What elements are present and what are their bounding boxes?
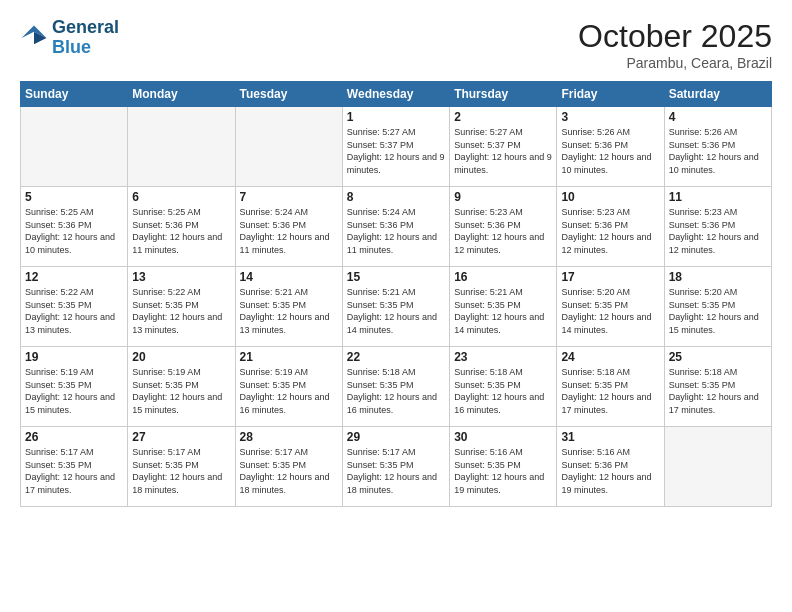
day-number: 10 [561, 190, 659, 204]
cell-info: Sunrise: 5:19 AMSunset: 5:35 PMDaylight:… [240, 366, 338, 416]
cell-info: Sunrise: 5:16 AMSunset: 5:36 PMDaylight:… [561, 446, 659, 496]
calendar-cell: 14Sunrise: 5:21 AMSunset: 5:35 PMDayligh… [235, 267, 342, 347]
calendar-cell: 5Sunrise: 5:25 AMSunset: 5:36 PMDaylight… [21, 187, 128, 267]
cell-info: Sunrise: 5:19 AMSunset: 5:35 PMDaylight:… [132, 366, 230, 416]
cell-info: Sunrise: 5:23 AMSunset: 5:36 PMDaylight:… [669, 206, 767, 256]
calendar-cell: 27Sunrise: 5:17 AMSunset: 5:35 PMDayligh… [128, 427, 235, 507]
day-number: 4 [669, 110, 767, 124]
weekday-header-friday: Friday [557, 82, 664, 107]
cell-info: Sunrise: 5:25 AMSunset: 5:36 PMDaylight:… [132, 206, 230, 256]
calendar-cell [128, 107, 235, 187]
calendar-week-5: 26Sunrise: 5:17 AMSunset: 5:35 PMDayligh… [21, 427, 772, 507]
cell-info: Sunrise: 5:23 AMSunset: 5:36 PMDaylight:… [454, 206, 552, 256]
day-number: 27 [132, 430, 230, 444]
day-number: 7 [240, 190, 338, 204]
calendar-cell: 31Sunrise: 5:16 AMSunset: 5:36 PMDayligh… [557, 427, 664, 507]
cell-info: Sunrise: 5:26 AMSunset: 5:36 PMDaylight:… [561, 126, 659, 176]
cell-info: Sunrise: 5:21 AMSunset: 5:35 PMDaylight:… [454, 286, 552, 336]
calendar-table: SundayMondayTuesdayWednesdayThursdayFrid… [20, 81, 772, 507]
weekday-header-row: SundayMondayTuesdayWednesdayThursdayFrid… [21, 82, 772, 107]
cell-info: Sunrise: 5:18 AMSunset: 5:35 PMDaylight:… [454, 366, 552, 416]
calendar-cell: 3Sunrise: 5:26 AMSunset: 5:36 PMDaylight… [557, 107, 664, 187]
weekday-header-thursday: Thursday [450, 82, 557, 107]
day-number: 26 [25, 430, 123, 444]
calendar-cell [235, 107, 342, 187]
calendar-cell: 16Sunrise: 5:21 AMSunset: 5:35 PMDayligh… [450, 267, 557, 347]
day-number: 25 [669, 350, 767, 364]
day-number: 11 [669, 190, 767, 204]
day-number: 23 [454, 350, 552, 364]
calendar-week-2: 5Sunrise: 5:25 AMSunset: 5:36 PMDaylight… [21, 187, 772, 267]
calendar-cell: 20Sunrise: 5:19 AMSunset: 5:35 PMDayligh… [128, 347, 235, 427]
day-number: 19 [25, 350, 123, 364]
calendar-cell [21, 107, 128, 187]
cell-info: Sunrise: 5:17 AMSunset: 5:35 PMDaylight:… [240, 446, 338, 496]
day-number: 28 [240, 430, 338, 444]
calendar-cell: 10Sunrise: 5:23 AMSunset: 5:36 PMDayligh… [557, 187, 664, 267]
day-number: 21 [240, 350, 338, 364]
header: General Blue October 2025 Parambu, Ceara… [20, 18, 772, 71]
calendar-cell: 30Sunrise: 5:16 AMSunset: 5:35 PMDayligh… [450, 427, 557, 507]
calendar-cell: 12Sunrise: 5:22 AMSunset: 5:35 PMDayligh… [21, 267, 128, 347]
cell-info: Sunrise: 5:20 AMSunset: 5:35 PMDaylight:… [669, 286, 767, 336]
logo-icon [20, 24, 48, 52]
calendar-cell: 19Sunrise: 5:19 AMSunset: 5:35 PMDayligh… [21, 347, 128, 427]
calendar-week-4: 19Sunrise: 5:19 AMSunset: 5:35 PMDayligh… [21, 347, 772, 427]
weekday-header-wednesday: Wednesday [342, 82, 449, 107]
calendar-cell: 17Sunrise: 5:20 AMSunset: 5:35 PMDayligh… [557, 267, 664, 347]
day-number: 30 [454, 430, 552, 444]
calendar-cell: 4Sunrise: 5:26 AMSunset: 5:36 PMDaylight… [664, 107, 771, 187]
calendar-cell: 11Sunrise: 5:23 AMSunset: 5:36 PMDayligh… [664, 187, 771, 267]
calendar-cell: 24Sunrise: 5:18 AMSunset: 5:35 PMDayligh… [557, 347, 664, 427]
day-number: 1 [347, 110, 445, 124]
calendar-cell: 2Sunrise: 5:27 AMSunset: 5:37 PMDaylight… [450, 107, 557, 187]
day-number: 18 [669, 270, 767, 284]
calendar-cell: 18Sunrise: 5:20 AMSunset: 5:35 PMDayligh… [664, 267, 771, 347]
cell-info: Sunrise: 5:24 AMSunset: 5:36 PMDaylight:… [240, 206, 338, 256]
day-number: 16 [454, 270, 552, 284]
day-number: 3 [561, 110, 659, 124]
weekday-header-monday: Monday [128, 82, 235, 107]
day-number: 6 [132, 190, 230, 204]
calendar-cell: 26Sunrise: 5:17 AMSunset: 5:35 PMDayligh… [21, 427, 128, 507]
day-number: 15 [347, 270, 445, 284]
weekday-header-tuesday: Tuesday [235, 82, 342, 107]
cell-info: Sunrise: 5:21 AMSunset: 5:35 PMDaylight:… [347, 286, 445, 336]
day-number: 12 [25, 270, 123, 284]
calendar-cell: 21Sunrise: 5:19 AMSunset: 5:35 PMDayligh… [235, 347, 342, 427]
cell-info: Sunrise: 5:17 AMSunset: 5:35 PMDaylight:… [132, 446, 230, 496]
cell-info: Sunrise: 5:18 AMSunset: 5:35 PMDaylight:… [561, 366, 659, 416]
cell-info: Sunrise: 5:20 AMSunset: 5:35 PMDaylight:… [561, 286, 659, 336]
cell-info: Sunrise: 5:19 AMSunset: 5:35 PMDaylight:… [25, 366, 123, 416]
cell-info: Sunrise: 5:17 AMSunset: 5:35 PMDaylight:… [347, 446, 445, 496]
day-number: 8 [347, 190, 445, 204]
title-block: October 2025 Parambu, Ceara, Brazil [578, 18, 772, 71]
calendar-cell [664, 427, 771, 507]
cell-info: Sunrise: 5:22 AMSunset: 5:35 PMDaylight:… [132, 286, 230, 336]
calendar-week-1: 1Sunrise: 5:27 AMSunset: 5:37 PMDaylight… [21, 107, 772, 187]
calendar-cell: 15Sunrise: 5:21 AMSunset: 5:35 PMDayligh… [342, 267, 449, 347]
day-number: 17 [561, 270, 659, 284]
calendar-cell: 8Sunrise: 5:24 AMSunset: 5:36 PMDaylight… [342, 187, 449, 267]
calendar-cell: 6Sunrise: 5:25 AMSunset: 5:36 PMDaylight… [128, 187, 235, 267]
day-number: 20 [132, 350, 230, 364]
calendar-cell: 1Sunrise: 5:27 AMSunset: 5:37 PMDaylight… [342, 107, 449, 187]
cell-info: Sunrise: 5:18 AMSunset: 5:35 PMDaylight:… [669, 366, 767, 416]
page: General Blue October 2025 Parambu, Ceara… [0, 0, 792, 612]
calendar-cell: 9Sunrise: 5:23 AMSunset: 5:36 PMDaylight… [450, 187, 557, 267]
cell-info: Sunrise: 5:26 AMSunset: 5:36 PMDaylight:… [669, 126, 767, 176]
logo-text: General Blue [52, 18, 119, 58]
weekday-header-sunday: Sunday [21, 82, 128, 107]
cell-info: Sunrise: 5:17 AMSunset: 5:35 PMDaylight:… [25, 446, 123, 496]
month-title: October 2025 [578, 18, 772, 55]
cell-info: Sunrise: 5:23 AMSunset: 5:36 PMDaylight:… [561, 206, 659, 256]
weekday-header-saturday: Saturday [664, 82, 771, 107]
calendar-cell: 7Sunrise: 5:24 AMSunset: 5:36 PMDaylight… [235, 187, 342, 267]
calendar-week-3: 12Sunrise: 5:22 AMSunset: 5:35 PMDayligh… [21, 267, 772, 347]
logo: General Blue [20, 18, 119, 58]
calendar-cell: 29Sunrise: 5:17 AMSunset: 5:35 PMDayligh… [342, 427, 449, 507]
cell-info: Sunrise: 5:25 AMSunset: 5:36 PMDaylight:… [25, 206, 123, 256]
calendar-cell: 28Sunrise: 5:17 AMSunset: 5:35 PMDayligh… [235, 427, 342, 507]
day-number: 13 [132, 270, 230, 284]
location: Parambu, Ceara, Brazil [578, 55, 772, 71]
